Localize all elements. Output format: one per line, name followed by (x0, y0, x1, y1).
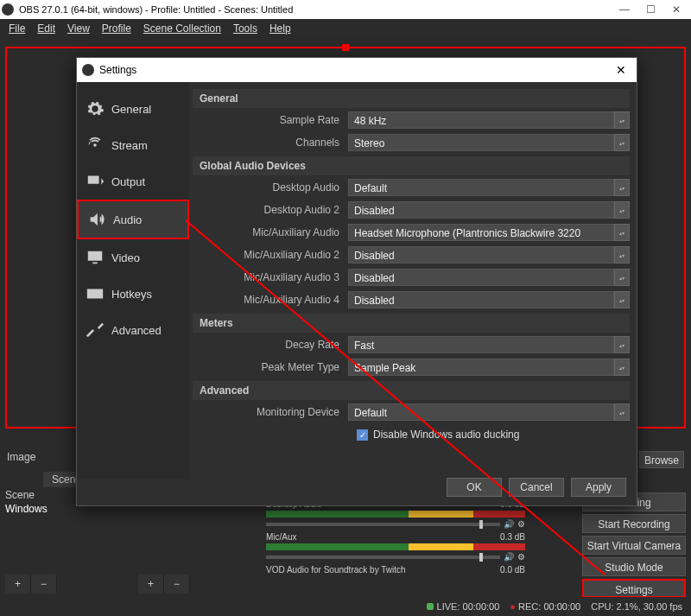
section-global-audio: Global Audio Devices (193, 156, 630, 175)
start-virtual-camera-button[interactable]: Start Virtual Camera (582, 536, 686, 555)
obs-logo-icon (82, 64, 94, 76)
remove-source-button[interactable]: − (164, 575, 190, 594)
section-general: General (193, 89, 630, 108)
channels-dropdown[interactable]: Stereo (348, 134, 614, 151)
dialog-title: Settings (99, 64, 136, 76)
section-meters: Meters (193, 314, 630, 333)
mixer-mic-db: 0.3 dB (500, 532, 525, 542)
mic-aux3-dropdown[interactable]: Disabled (348, 269, 614, 286)
mixer-vod-db: 0.0 dB (500, 565, 525, 575)
sample-rate-dropdown[interactable]: 48 kHz (348, 111, 614, 129)
window-title: OBS 27.0.1 (64-bit, windows) - Profile: … (19, 4, 293, 15)
spinner-icon[interactable]: ▴▾ (614, 134, 630, 151)
spinner-icon[interactable]: ▴▾ (614, 246, 630, 264)
disable-ducking-label: Disable Windows audio ducking (373, 429, 519, 441)
cancel-button[interactable]: Cancel (509, 478, 564, 497)
spinner-icon[interactable]: ▴▾ (614, 336, 630, 353)
scene-label: Scene (5, 489, 35, 501)
tools-icon (86, 321, 105, 340)
obs-logo-icon (2, 3, 14, 16)
sidebar-item-stream[interactable]: Stream (77, 127, 189, 163)
settings-sidebar: General Stream Output Audio Video (77, 82, 189, 479)
peak-meter-dropdown[interactable]: Sample Peak (348, 359, 614, 376)
spinner-icon[interactable]: ▴▾ (614, 201, 630, 219)
settings-button[interactable]: Settings (582, 579, 686, 598)
obs-main-window: OBS 27.0.1 (64-bit, windows) - Profile: … (0, 0, 691, 616)
sidebar-item-advanced[interactable]: Advanced (77, 312, 189, 348)
spinner-icon[interactable]: ▴▾ (614, 359, 630, 376)
spinner-icon[interactable]: ▴▾ (614, 111, 630, 129)
mixer-mic-meter (266, 543, 525, 550)
menu-file[interactable]: File (3, 21, 30, 36)
mixer-mic-label: Mic/Aux (266, 532, 297, 542)
sidebar-item-video[interactable]: Video (77, 239, 189, 276)
decay-rate-dropdown[interactable]: Fast (348, 336, 614, 353)
minimize-button[interactable]: — (612, 3, 637, 16)
mixer-desktop-slider[interactable] (266, 523, 500, 526)
menu-view[interactable]: View (62, 21, 95, 36)
spinner-icon[interactable]: ▴▾ (614, 269, 630, 286)
remove-scene-button[interactable]: − (31, 575, 57, 594)
studio-mode-button[interactable]: Studio Mode (582, 557, 686, 576)
spinner-icon[interactable]: ▴▾ (614, 291, 630, 308)
window-titlebar: OBS 27.0.1 (64-bit, windows) - Profile: … (0, 0, 691, 19)
mic-aux-dropdown[interactable]: Headset Microphone (Plantronics Blackwir… (348, 224, 614, 241)
monitor-icon (86, 248, 105, 267)
mic-aux2-dropdown[interactable]: Disabled (348, 246, 614, 264)
menu-tools[interactable]: Tools (228, 21, 263, 36)
browse-button[interactable]: Browse (639, 451, 684, 468)
add-scene-button[interactable]: + (5, 575, 31, 594)
apply-button[interactable]: Apply (571, 478, 626, 497)
disable-ducking-checkbox[interactable]: ✓ (357, 429, 368, 441)
mixer-mic-slider[interactable] (266, 556, 500, 559)
speaker-icon[interactable]: 🔊 (504, 552, 514, 562)
maximize-button[interactable]: ☐ (637, 3, 663, 16)
menu-profile[interactable]: Profile (97, 21, 136, 36)
menu-scene-collection[interactable]: Scene Collection (138, 21, 226, 36)
close-button[interactable]: ✕ (663, 3, 689, 16)
menubar: File Edit View Profile Scene Collection … (0, 19, 691, 38)
output-icon (86, 172, 105, 191)
dialog-titlebar: Settings ✕ (77, 58, 637, 82)
broadcast-icon (86, 136, 105, 155)
source-controls: + − (138, 575, 190, 594)
keyboard-icon (86, 284, 105, 303)
add-source-button[interactable]: + (138, 575, 164, 594)
dialog-close-button[interactable]: ✕ (611, 63, 631, 77)
sidebar-item-hotkeys[interactable]: Hotkeys (77, 276, 189, 312)
sidebar-item-general[interactable]: General (77, 91, 189, 127)
gear-icon[interactable]: ⚙ (517, 552, 525, 562)
live-status-icon (427, 603, 434, 610)
settings-form: General Sample Rate 48 kHz ▴▾ Channels S… (189, 82, 637, 479)
mic-aux4-dropdown[interactable]: Disabled (348, 291, 614, 308)
spinner-icon[interactable]: ▴▾ (614, 403, 630, 421)
desktop-audio-dropdown[interactable]: Default (348, 179, 614, 196)
desktop-audio2-dropdown[interactable]: Disabled (348, 201, 614, 219)
audio-mixer: Desktop Audio0.0 dB 🔊⚙ Mic/Aux0.3 dB 🔊⚙ … (266, 499, 525, 578)
speaker-icon (87, 210, 106, 229)
menu-edit[interactable]: Edit (32, 21, 60, 36)
mixer-desktop-meter (266, 511, 525, 518)
settings-dialog: Settings ✕ General Stream Output (76, 57, 637, 506)
sidebar-item-audio[interactable]: Audio (77, 200, 189, 239)
spinner-icon[interactable]: ▴▾ (614, 224, 630, 241)
section-advanced: Advanced (193, 381, 630, 400)
start-recording-button[interactable]: Start Recording (582, 514, 686, 533)
spinner-icon[interactable]: ▴▾ (614, 179, 630, 196)
statusbar: LIVE: 00:00:00 ● REC: 00:00:00 CPU: 2.1%… (0, 597, 691, 616)
gear-icon (86, 99, 105, 118)
speaker-icon[interactable]: 🔊 (504, 519, 514, 529)
monitoring-device-dropdown[interactable]: Default (348, 403, 614, 421)
gear-icon[interactable]: ⚙ (517, 519, 525, 529)
image-label: Image (7, 451, 35, 463)
menu-help[interactable]: Help (264, 21, 296, 36)
sidebar-item-output[interactable]: Output (77, 163, 189, 200)
scene-controls: + − (5, 575, 57, 594)
ok-button[interactable]: OK (447, 478, 502, 497)
mixer-vod-label: VOD Audio for Soundtrack by Twitch (266, 565, 406, 575)
scene-item-windows[interactable]: Windows (5, 503, 48, 515)
